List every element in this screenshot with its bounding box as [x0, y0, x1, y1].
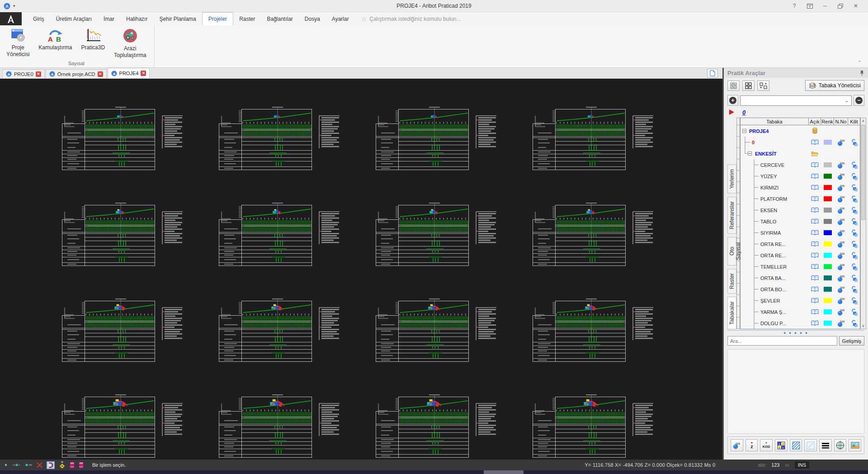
advanced-button[interactable]: Gelişmiş [839, 336, 864, 346]
point-number-icon[interactable]: 123 [837, 252, 845, 259]
column-header-açık[interactable]: Açık [809, 118, 821, 125]
tool-hatch-light-button[interactable] [804, 439, 817, 451]
menu-tab-dosya[interactable]: Dosya [299, 12, 326, 25]
panel-splitter[interactable]: ● ● ● ● ● [727, 330, 864, 335]
ribbon-button-proje-yöneticisi[interactable]: Proje Yöneticisi [3, 26, 33, 59]
target-diamond-icon[interactable] [59, 461, 66, 469]
menu-tab-halihazır[interactable]: Halihazır [120, 12, 153, 25]
gutter-cell[interactable] [736, 193, 740, 204]
tool-hatch-dense-button[interactable] [790, 439, 802, 451]
menu-tab-projeler[interactable]: Projeler [202, 12, 233, 25]
gutter-cell[interactable] [736, 204, 740, 216]
unlock-icon[interactable] [851, 161, 858, 169]
layer-visible-icon[interactable] [811, 309, 819, 315]
color-swatch[interactable] [824, 309, 832, 314]
track-forward-icon[interactable] [12, 463, 20, 467]
tool-z-point-button[interactable]: z [745, 439, 758, 451]
tool-line-styles-button[interactable] [819, 439, 832, 451]
layer-visible-icon[interactable] [811, 275, 819, 281]
ribbon-button-kamulaştırma[interactable]: ABKamulaştırma [35, 26, 75, 52]
collapse-icon[interactable] [748, 152, 752, 156]
cylinder-icon[interactable] [79, 462, 84, 469]
color-swatch[interactable] [824, 275, 832, 280]
side-tab-tabakalar[interactable]: Tabakalar [727, 297, 736, 329]
pin-icon[interactable] [859, 70, 864, 76]
delete-x-icon[interactable] [37, 462, 42, 468]
doc-close-icon[interactable]: ✕ [141, 71, 146, 76]
layer-row-cerceve[interactable]: CERCEVE 123 [741, 159, 860, 171]
scrollbar-thumb[interactable] [861, 125, 865, 220]
application-menu-button[interactable] [0, 12, 22, 25]
unlock-icon[interactable] [851, 139, 858, 146]
color-swatch[interactable] [824, 196, 832, 201]
point-number-icon[interactable]: 123 [837, 139, 845, 146]
remove-layer-button[interactable]: − [854, 95, 864, 106]
unlock-icon[interactable] [851, 229, 858, 237]
unlock-icon[interactable] [851, 195, 858, 203]
ribbon-display-button[interactable] [802, 1, 817, 11]
status-flag-ins[interactable]: INS [795, 461, 809, 469]
gutter-cell[interactable] [736, 125, 740, 137]
column-header-n-no[interactable]: N.No [834, 118, 848, 125]
point-number-icon[interactable]: 123 [837, 275, 845, 282]
layer-row-eksen[interactable]: EKSEN 123 [741, 204, 860, 216]
color-swatch[interactable] [824, 242, 832, 246]
layer-visible-icon[interactable] [811, 241, 819, 247]
layer-row-0[interactable]: 0 123 [741, 137, 860, 148]
layer-visible-icon[interactable] [811, 264, 819, 270]
color-swatch[interactable] [824, 230, 832, 235]
color-swatch[interactable] [824, 264, 832, 269]
color-swatch[interactable] [824, 140, 832, 145]
layer-row-tablo[interactable]: TABLO 123 [741, 216, 860, 227]
drawing-canvas[interactable] [0, 79, 722, 460]
side-tab-raster[interactable]: Raster [727, 269, 736, 294]
layer-visible-icon[interactable] [811, 218, 819, 224]
point-number-icon[interactable]: 123 [837, 297, 845, 304]
layer-visible-icon[interactable] [811, 286, 819, 292]
ribbon-button-pratica3d[interactable]: Pratica3D [77, 26, 108, 52]
tool-kod-point-button[interactable]: KOD [760, 439, 773, 451]
layer-visible-icon[interactable] [811, 207, 819, 213]
layer-row-kirmizi[interactable]: KIRMIZI 123 [741, 182, 860, 193]
layer-visible-icon[interactable] [811, 196, 819, 202]
layer-row-şevler[interactable]: ŞEVLER 123 [741, 295, 860, 306]
layer-visible-icon[interactable] [811, 185, 819, 190]
color-swatch[interactable] [824, 321, 832, 326]
point-number-icon[interactable]: 123 [837, 320, 845, 327]
layer-row-orta-bo[interactable]: ORTA BO... 123 [741, 284, 860, 295]
doc-close-icon[interactable]: ✕ [36, 71, 41, 77]
gutter-cell[interactable] [736, 284, 740, 295]
gutter-cell[interactable] [736, 318, 740, 329]
color-swatch[interactable] [824, 185, 832, 190]
doc-tab-örnek-proje-acd[interactable]: AÖrnek proje.ACD✕ [46, 69, 107, 78]
current-layer-name[interactable]: 0 [742, 109, 745, 116]
color-swatch[interactable] [824, 298, 832, 303]
column-header-tabaka[interactable]: Tabaka [741, 118, 809, 125]
menu-tab-i-mar[interactable]: İmar [98, 12, 120, 25]
layer-row-platform[interactable]: PLATFORM 123 [741, 193, 860, 204]
layer-row-siyirma[interactable]: SIYIRMA 123 [741, 227, 860, 238]
layer-visible-icon[interactable] [811, 252, 819, 258]
snap-icon[interactable] [47, 461, 55, 469]
doc-close-icon[interactable]: ✕ [98, 71, 103, 77]
layer-row-enkesi-t[interactable]: ENKESİT [741, 148, 860, 159]
gutter-cell[interactable] [736, 227, 740, 238]
grid-view-button[interactable] [742, 81, 755, 91]
layer-row-yarma-ş[interactable]: YARMA Ş... 123 [741, 306, 860, 318]
layer-visible-icon[interactable] [811, 139, 819, 145]
side-tab-referanslar[interactable]: Referanslar [727, 197, 736, 234]
layer-row-dolgu-p[interactable]: DOLGU P... 123 [741, 318, 860, 329]
menu-tab-bağlantılar[interactable]: Bağlantılar [261, 12, 298, 25]
color-swatch[interactable] [824, 162, 832, 167]
point-number-icon[interactable]: 123 [837, 161, 845, 169]
layer-row-proje4[interactable]: PROJE4 [741, 125, 860, 137]
tool-image-button[interactable] [849, 439, 861, 451]
cylinder-icon[interactable] [70, 462, 75, 469]
status-flag-123[interactable]: 123 [771, 462, 779, 468]
point-number-icon[interactable]: 123 [837, 173, 845, 180]
point-number-icon[interactable]: 123 [837, 286, 845, 293]
color-swatch[interactable] [824, 219, 832, 224]
layer-search-input[interactable] [727, 336, 837, 346]
gutter-cell[interactable] [736, 272, 740, 284]
gutter-cell[interactable] [736, 171, 740, 182]
